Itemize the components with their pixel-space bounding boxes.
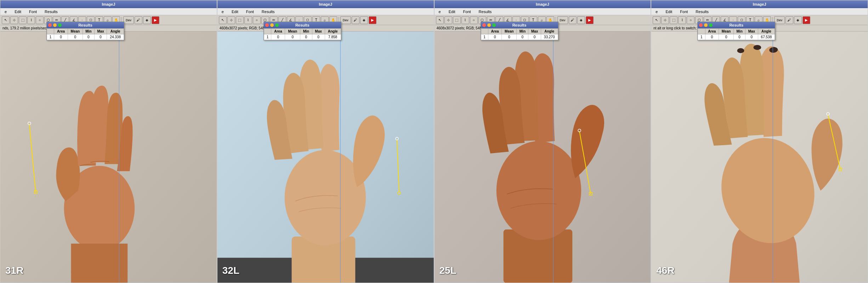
menu-e-c[interactable]: e	[437, 9, 442, 15]
tool-arrow-b[interactable]: ↖	[219, 16, 227, 24]
menu-e-a[interactable]: e	[3, 9, 8, 15]
minimize-btn-c[interactable]	[487, 23, 491, 27]
tool-color-d[interactable]: ◈	[794, 16, 802, 24]
tool-dev-c[interactable]: Dev	[557, 16, 568, 24]
menu-edit-c[interactable]: Edit	[447, 9, 457, 15]
tool-arrow-c[interactable]: ↖	[436, 16, 444, 24]
results-data-row-d: 1 0 0 0 0 67.538	[698, 34, 775, 40]
maximize-btn-a[interactable]	[58, 23, 62, 27]
tool-oval-d[interactable]: ○	[687, 16, 694, 24]
menu-e-d[interactable]: e	[654, 9, 659, 15]
cell-min-b: 0	[300, 34, 312, 40]
tool-run-d[interactable]: ▶	[802, 16, 810, 24]
menu-e-b[interactable]: e	[220, 9, 225, 15]
title-bar-d: ImageJ	[651, 0, 868, 8]
tool-eye-b[interactable]: 🖋	[352, 16, 359, 24]
tool-arrow[interactable]: ↖	[2, 16, 10, 24]
col-mean-b: Mean	[285, 29, 300, 34]
minimize-btn-a[interactable]	[53, 23, 57, 27]
tool-color-c[interactable]: ◈	[577, 16, 585, 24]
results-header-row-b: Area Mean Min Max Angle	[264, 29, 341, 34]
panel-c: ImageJ e Edit Font Results ↖ ⊹ ⬚ ⌇ ○ ⬡ ✏…	[434, 0, 651, 283]
close-btn-b[interactable]	[265, 23, 269, 27]
col-angle-c: Angle	[541, 29, 558, 34]
menu-edit-d[interactable]: Edit	[664, 9, 674, 15]
tool-rect-b[interactable]: ⬚	[236, 16, 244, 24]
close-btn-a[interactable]	[48, 23, 52, 27]
tool-dev-b[interactable]: Dev	[340, 16, 351, 24]
tool-color-b[interactable]: ◈	[360, 16, 368, 24]
col-mean-c: Mean	[502, 29, 517, 34]
col-max-b: Max	[312, 29, 325, 34]
results-data-row-c: 1 0 0 0 0 33.270	[481, 34, 558, 40]
cell-min-d: 0	[734, 34, 745, 40]
tool-colorpicker[interactable]: ◈	[143, 16, 151, 24]
title-text-d: ImageJ	[753, 2, 766, 6]
traffic-lights-b	[265, 23, 279, 27]
menu-font-b[interactable]: Font	[245, 9, 255, 15]
menu-edit-a[interactable]: Edit	[13, 9, 23, 15]
tool-rect-c[interactable]: ⬚	[453, 16, 461, 24]
results-title-bar-b: Results	[264, 22, 341, 28]
maximize-btn-c[interactable]	[492, 23, 496, 27]
cell-min-a: 0	[83, 34, 94, 40]
tool-lasso[interactable]: ⌇	[27, 16, 35, 24]
menu-results-b[interactable]: Results	[260, 9, 276, 15]
hand-image-d	[651, 32, 868, 283]
cell-num-b: 1	[264, 34, 271, 40]
tool-dev-d[interactable]: Dev	[774, 16, 785, 24]
cell-max-a: 0	[94, 34, 107, 40]
maximize-btn-d[interactable]	[709, 23, 713, 27]
panel-d: ImageJ e Edit Font Results ↖ ⊹ ⬚ ⌇ ○ ⬡ ✏…	[651, 0, 868, 283]
tool-oval-b[interactable]: ○	[253, 16, 261, 24]
results-title-bar-a: Results	[47, 22, 124, 28]
cell-max-b: 0	[312, 34, 325, 40]
tool-arrow-d[interactable]: ↖	[653, 16, 660, 24]
close-btn-d[interactable]	[699, 23, 703, 27]
tool-run[interactable]: ▶	[152, 16, 159, 24]
minimize-btn-d[interactable]	[704, 23, 708, 27]
hand-image-a	[0, 32, 217, 283]
menu-font-c[interactable]: Font	[462, 9, 472, 15]
tool-crop-d[interactable]: ⊹	[661, 16, 669, 24]
menu-results-c[interactable]: Results	[477, 9, 493, 15]
col-max-d: Max	[745, 29, 758, 34]
hand-image-c	[435, 32, 651, 283]
tool-eye-d[interactable]: 🖋	[785, 16, 793, 24]
menu-results-a[interactable]: Results	[43, 9, 59, 15]
tool-eye-c[interactable]: 🖋	[569, 16, 577, 24]
tool-dotted-rect[interactable]: ⬚	[19, 16, 27, 24]
results-title-text-c: Results	[512, 23, 527, 27]
status-text-a: nds, 179.2 million pixels/second	[2, 26, 52, 30]
tool-crop[interactable]: ⊹	[10, 16, 18, 24]
results-table-a: Area Mean Min Max Angle 1 0 0 0 0 24.338	[47, 28, 124, 40]
tool-lasso-c[interactable]: ⌇	[461, 16, 469, 24]
tool-lasso-d[interactable]: ⌇	[678, 16, 686, 24]
menu-font-d[interactable]: Font	[679, 9, 689, 15]
tool-crop-b[interactable]: ⊹	[227, 16, 235, 24]
tool-rect-d[interactable]: ⬚	[670, 16, 677, 24]
menu-font-a[interactable]: Font	[28, 9, 38, 15]
minimize-btn-b[interactable]	[270, 23, 274, 27]
tool-oval-c[interactable]: ○	[470, 16, 478, 24]
status-text-b: 4608x3072 pixels; RGB; 54MB	[220, 26, 268, 30]
tool-run-b[interactable]: ▶	[369, 16, 376, 24]
tool-eyedropper[interactable]: 🖋	[135, 16, 142, 24]
cell-num-a: 1	[47, 34, 54, 40]
tool-lasso-b[interactable]: ⌇	[244, 16, 252, 24]
menu-edit-b[interactable]: Edit	[230, 9, 240, 15]
col-num-b	[264, 29, 271, 34]
close-btn-c[interactable]	[482, 23, 486, 27]
tool-dev[interactable]: Dev	[123, 16, 134, 24]
results-panel-a: Results Area Mean Min Max Angle 1	[46, 22, 124, 40]
maximize-btn-b[interactable]	[275, 23, 279, 27]
tool-run-c[interactable]: ▶	[586, 16, 594, 24]
results-header-row-d: Area Mean Min Max Angle	[698, 29, 775, 34]
sample-label-d: 46R	[656, 265, 674, 276]
results-panel-d: Results Area Mean Min Max Angle 1	[697, 22, 775, 40]
results-title-text-d: Results	[729, 23, 743, 27]
results-panel-c: Results Area Mean Min Max Angle 1	[481, 22, 558, 40]
tool-crop-c[interactable]: ⊹	[444, 16, 452, 24]
menu-results-d[interactable]: Results	[694, 9, 710, 15]
tool-oval[interactable]: ○	[36, 16, 44, 24]
